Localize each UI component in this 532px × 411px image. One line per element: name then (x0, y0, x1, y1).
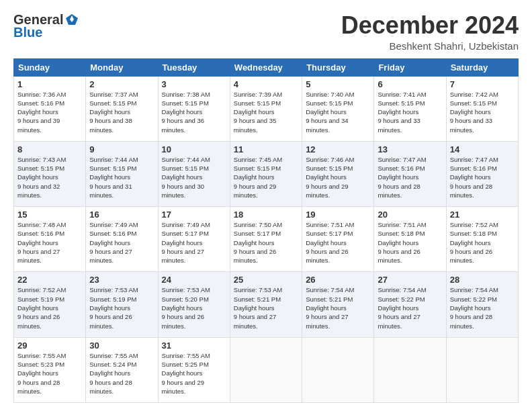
day-info: Sunrise: 7:47 AM Sunset: 5:16 PM Dayligh… (450, 155, 515, 199)
day-info: Sunrise: 7:40 AM Sunset: 5:15 PM Dayligh… (306, 90, 370, 134)
day-number: 3 (162, 79, 226, 89)
calendar-cell: 12 Sunrise: 7:46 AM Sunset: 5:15 PM Dayl… (302, 141, 374, 206)
calendar-cell: 23 Sunrise: 7:53 AM Sunset: 5:19 PM Dayl… (86, 272, 158, 337)
day-number: 6 (378, 79, 442, 89)
week-row-1: 1 Sunrise: 7:36 AM Sunset: 5:16 PM Dayli… (14, 76, 519, 141)
day-number: 31 (162, 340, 226, 351)
day-number: 11 (234, 144, 298, 154)
calendar-cell (374, 337, 446, 402)
day-info: Sunrise: 7:55 AM Sunset: 5:24 PM Dayligh… (89, 351, 154, 396)
calendar-cell: 14 Sunrise: 7:47 AM Sunset: 5:16 PM Dayl… (446, 141, 518, 206)
calendar-cell: 4 Sunrise: 7:39 AM Sunset: 5:15 PM Dayli… (230, 76, 302, 141)
day-number: 23 (89, 275, 154, 285)
day-info: Sunrise: 7:51 AM Sunset: 5:18 PM Dayligh… (378, 220, 442, 265)
calendar-cell: 13 Sunrise: 7:47 AM Sunset: 5:16 PM Dayl… (374, 141, 446, 206)
day-info: Sunrise: 7:46 AM Sunset: 5:15 PM Dayligh… (306, 155, 370, 199)
calendar-cell: 20 Sunrise: 7:51 AM Sunset: 5:18 PM Dayl… (374, 207, 446, 272)
calendar-cell: 8 Sunrise: 7:43 AM Sunset: 5:15 PM Dayli… (14, 141, 86, 206)
calendar-cell: 29 Sunrise: 7:55 AM Sunset: 5:23 PM Dayl… (14, 337, 86, 402)
col-monday: Monday (86, 58, 158, 76)
day-number: 29 (17, 340, 82, 351)
calendar-cell: 15 Sunrise: 7:48 AM Sunset: 5:16 PM Dayl… (14, 207, 86, 272)
calendar-cell: 5 Sunrise: 7:40 AM Sunset: 5:15 PM Dayli… (302, 76, 374, 141)
calendar-cell: 10 Sunrise: 7:44 AM Sunset: 5:15 PM Dayl… (158, 141, 230, 206)
day-number: 12 (306, 144, 370, 154)
title-section: December 2024 Beshkent Shahri, Uzbekista… (341, 12, 519, 52)
day-info: Sunrise: 7:55 AM Sunset: 5:23 PM Dayligh… (17, 351, 82, 396)
calendar-cell: 19 Sunrise: 7:51 AM Sunset: 5:17 PM Dayl… (302, 207, 374, 272)
day-info: Sunrise: 7:47 AM Sunset: 5:16 PM Dayligh… (378, 155, 442, 199)
day-number: 14 (450, 144, 515, 154)
day-number: 21 (450, 210, 515, 220)
day-number: 24 (162, 275, 226, 285)
day-number: 16 (89, 210, 154, 220)
day-info: Sunrise: 7:48 AM Sunset: 5:16 PM Dayligh… (17, 220, 82, 265)
col-tuesday: Tuesday (158, 58, 230, 76)
day-info: Sunrise: 7:43 AM Sunset: 5:15 PM Dayligh… (17, 155, 82, 199)
calendar-cell (446, 337, 518, 402)
day-number: 15 (17, 210, 82, 220)
day-info: Sunrise: 7:50 AM Sunset: 5:17 PM Dayligh… (234, 220, 298, 265)
calendar-cell: 6 Sunrise: 7:41 AM Sunset: 5:15 PM Dayli… (374, 76, 446, 141)
day-number: 5 (306, 79, 370, 89)
calendar-table: Sunday Monday Tuesday Wednesday Thursday… (13, 58, 519, 403)
calendar-cell: 9 Sunrise: 7:44 AM Sunset: 5:15 PM Dayli… (86, 141, 158, 206)
calendar-cell: 11 Sunrise: 7:45 AM Sunset: 5:15 PM Dayl… (230, 141, 302, 206)
calendar-cell: 26 Sunrise: 7:54 AM Sunset: 5:21 PM Dayl… (302, 272, 374, 337)
day-info: Sunrise: 7:45 AM Sunset: 5:15 PM Dayligh… (234, 155, 298, 199)
calendar-cell: 17 Sunrise: 7:49 AM Sunset: 5:17 PM Dayl… (158, 207, 230, 272)
day-number: 20 (378, 210, 442, 220)
calendar-cell: 21 Sunrise: 7:52 AM Sunset: 5:18 PM Dayl… (446, 207, 518, 272)
location: Beshkent Shahri, Uzbekistan (341, 40, 519, 52)
col-saturday: Saturday (446, 58, 518, 76)
logo: General Blue (13, 12, 79, 40)
day-info: Sunrise: 7:53 AM Sunset: 5:21 PM Dayligh… (234, 285, 298, 330)
day-info: Sunrise: 7:39 AM Sunset: 5:15 PM Dayligh… (234, 90, 298, 134)
day-number: 27 (378, 275, 442, 285)
day-info: Sunrise: 7:44 AM Sunset: 5:15 PM Dayligh… (89, 155, 154, 199)
calendar-cell: 18 Sunrise: 7:50 AM Sunset: 5:17 PM Dayl… (230, 207, 302, 272)
day-info: Sunrise: 7:54 AM Sunset: 5:21 PM Dayligh… (306, 285, 370, 330)
calendar-cell: 25 Sunrise: 7:53 AM Sunset: 5:21 PM Dayl… (230, 272, 302, 337)
calendar-cell: 28 Sunrise: 7:54 AM Sunset: 5:22 PM Dayl… (446, 272, 518, 337)
day-info: Sunrise: 7:54 AM Sunset: 5:22 PM Dayligh… (378, 285, 442, 330)
week-row-4: 22 Sunrise: 7:52 AM Sunset: 5:19 PM Dayl… (14, 272, 519, 337)
day-number: 17 (162, 210, 226, 220)
calendar-cell: 1 Sunrise: 7:36 AM Sunset: 5:16 PM Dayli… (14, 76, 86, 141)
calendar-cell: 16 Sunrise: 7:49 AM Sunset: 5:16 PM Dayl… (86, 207, 158, 272)
logo-flag-icon (64, 13, 79, 28)
calendar-cell: 24 Sunrise: 7:53 AM Sunset: 5:20 PM Dayl… (158, 272, 230, 337)
day-info: Sunrise: 7:55 AM Sunset: 5:25 PM Dayligh… (162, 351, 226, 396)
page: General Blue December 2024 Beshkent Shah… (0, 0, 532, 411)
day-number: 4 (234, 79, 298, 89)
day-info: Sunrise: 7:42 AM Sunset: 5:15 PM Dayligh… (450, 90, 515, 134)
day-info: Sunrise: 7:38 AM Sunset: 5:15 PM Dayligh… (162, 90, 226, 134)
day-number: 25 (234, 275, 298, 285)
week-row-3: 15 Sunrise: 7:48 AM Sunset: 5:16 PM Dayl… (14, 207, 519, 272)
day-info: Sunrise: 7:37 AM Sunset: 5:15 PM Dayligh… (89, 90, 154, 134)
calendar-cell: 27 Sunrise: 7:54 AM Sunset: 5:22 PM Dayl… (374, 272, 446, 337)
day-number: 30 (89, 340, 154, 351)
col-friday: Friday (374, 58, 446, 76)
day-number: 8 (17, 144, 82, 154)
calendar-cell: 31 Sunrise: 7:55 AM Sunset: 5:25 PM Dayl… (158, 337, 230, 402)
calendar-cell: 3 Sunrise: 7:38 AM Sunset: 5:15 PM Dayli… (158, 76, 230, 141)
day-number: 28 (450, 275, 515, 285)
calendar-cell (302, 337, 374, 402)
day-info: Sunrise: 7:53 AM Sunset: 5:19 PM Dayligh… (89, 285, 154, 330)
calendar-cell: 30 Sunrise: 7:55 AM Sunset: 5:24 PM Dayl… (86, 337, 158, 402)
day-number: 22 (17, 275, 82, 285)
col-sunday: Sunday (14, 58, 86, 76)
day-info: Sunrise: 7:51 AM Sunset: 5:17 PM Dayligh… (306, 220, 370, 265)
day-info: Sunrise: 7:41 AM Sunset: 5:15 PM Dayligh… (378, 90, 442, 134)
day-info: Sunrise: 7:52 AM Sunset: 5:18 PM Dayligh… (450, 220, 515, 265)
calendar-cell: 7 Sunrise: 7:42 AM Sunset: 5:15 PM Dayli… (446, 76, 518, 141)
header: General Blue December 2024 Beshkent Shah… (13, 12, 519, 52)
day-info: Sunrise: 7:44 AM Sunset: 5:15 PM Dayligh… (162, 155, 226, 199)
col-thursday: Thursday (302, 58, 374, 76)
calendar-cell (230, 337, 302, 402)
day-info: Sunrise: 7:53 AM Sunset: 5:20 PM Dayligh… (162, 285, 226, 330)
month-title: December 2024 (341, 12, 519, 39)
day-number: 1 (17, 79, 82, 89)
calendar-cell: 22 Sunrise: 7:52 AM Sunset: 5:19 PM Dayl… (14, 272, 86, 337)
